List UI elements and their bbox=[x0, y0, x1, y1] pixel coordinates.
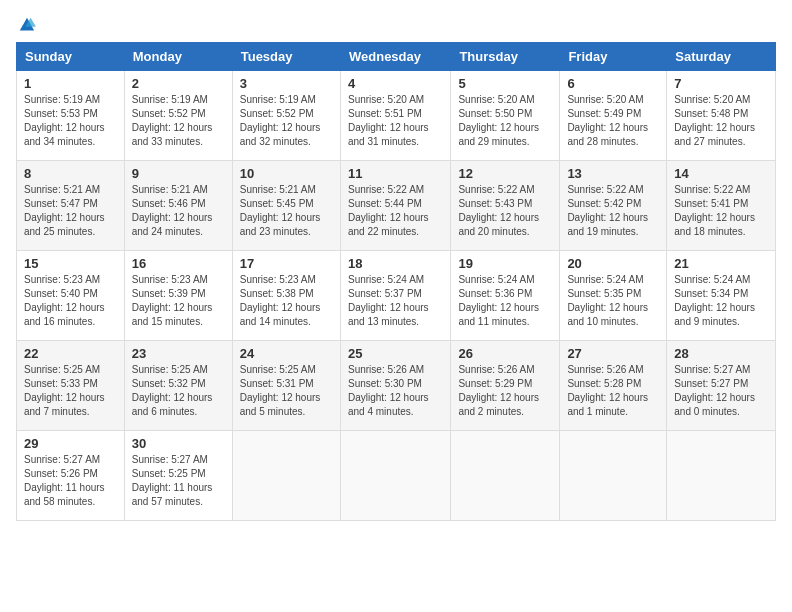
calendar-cell: 30Sunrise: 5:27 AMSunset: 5:25 PMDayligh… bbox=[124, 431, 232, 521]
day-number: 17 bbox=[240, 256, 333, 271]
calendar-cell: 7Sunrise: 5:20 AMSunset: 5:48 PMDaylight… bbox=[667, 71, 776, 161]
day-info: Sunrise: 5:26 AMSunset: 5:29 PMDaylight:… bbox=[458, 363, 552, 419]
calendar-cell: 25Sunrise: 5:26 AMSunset: 5:30 PMDayligh… bbox=[340, 341, 450, 431]
calendar-cell: 8Sunrise: 5:21 AMSunset: 5:47 PMDaylight… bbox=[17, 161, 125, 251]
calendar-body: 1Sunrise: 5:19 AMSunset: 5:53 PMDaylight… bbox=[17, 71, 776, 521]
calendar-cell: 5Sunrise: 5:20 AMSunset: 5:50 PMDaylight… bbox=[451, 71, 560, 161]
day-info: Sunrise: 5:19 AMSunset: 5:53 PMDaylight:… bbox=[24, 93, 117, 149]
day-number: 25 bbox=[348, 346, 443, 361]
day-info: Sunrise: 5:24 AMSunset: 5:36 PMDaylight:… bbox=[458, 273, 552, 329]
calendar-cell bbox=[232, 431, 340, 521]
calendar-cell: 15Sunrise: 5:23 AMSunset: 5:40 PMDayligh… bbox=[17, 251, 125, 341]
calendar-cell: 27Sunrise: 5:26 AMSunset: 5:28 PMDayligh… bbox=[560, 341, 667, 431]
day-info: Sunrise: 5:24 AMSunset: 5:37 PMDaylight:… bbox=[348, 273, 443, 329]
logo-icon bbox=[18, 16, 36, 34]
calendar-cell: 23Sunrise: 5:25 AMSunset: 5:32 PMDayligh… bbox=[124, 341, 232, 431]
calendar-cell: 19Sunrise: 5:24 AMSunset: 5:36 PMDayligh… bbox=[451, 251, 560, 341]
day-number: 26 bbox=[458, 346, 552, 361]
day-info: Sunrise: 5:21 AMSunset: 5:47 PMDaylight:… bbox=[24, 183, 117, 239]
day-number: 6 bbox=[567, 76, 659, 91]
day-number: 7 bbox=[674, 76, 768, 91]
calendar-cell: 20Sunrise: 5:24 AMSunset: 5:35 PMDayligh… bbox=[560, 251, 667, 341]
calendar-cell: 17Sunrise: 5:23 AMSunset: 5:38 PMDayligh… bbox=[232, 251, 340, 341]
calendar-cell: 16Sunrise: 5:23 AMSunset: 5:39 PMDayligh… bbox=[124, 251, 232, 341]
day-number: 16 bbox=[132, 256, 225, 271]
day-info: Sunrise: 5:25 AMSunset: 5:32 PMDaylight:… bbox=[132, 363, 225, 419]
calendar-cell bbox=[667, 431, 776, 521]
calendar-cell: 2Sunrise: 5:19 AMSunset: 5:52 PMDaylight… bbox=[124, 71, 232, 161]
day-info: Sunrise: 5:24 AMSunset: 5:35 PMDaylight:… bbox=[567, 273, 659, 329]
calendar-cell bbox=[451, 431, 560, 521]
day-number: 27 bbox=[567, 346, 659, 361]
calendar-week-row: 1Sunrise: 5:19 AMSunset: 5:53 PMDaylight… bbox=[17, 71, 776, 161]
day-number: 10 bbox=[240, 166, 333, 181]
day-info: Sunrise: 5:26 AMSunset: 5:30 PMDaylight:… bbox=[348, 363, 443, 419]
day-number: 11 bbox=[348, 166, 443, 181]
day-info: Sunrise: 5:22 AMSunset: 5:41 PMDaylight:… bbox=[674, 183, 768, 239]
day-number: 2 bbox=[132, 76, 225, 91]
calendar-cell: 11Sunrise: 5:22 AMSunset: 5:44 PMDayligh… bbox=[340, 161, 450, 251]
day-info: Sunrise: 5:21 AMSunset: 5:46 PMDaylight:… bbox=[132, 183, 225, 239]
calendar-cell: 18Sunrise: 5:24 AMSunset: 5:37 PMDayligh… bbox=[340, 251, 450, 341]
day-info: Sunrise: 5:19 AMSunset: 5:52 PMDaylight:… bbox=[132, 93, 225, 149]
calendar-cell: 22Sunrise: 5:25 AMSunset: 5:33 PMDayligh… bbox=[17, 341, 125, 431]
logo bbox=[16, 16, 36, 34]
day-info: Sunrise: 5:22 AMSunset: 5:43 PMDaylight:… bbox=[458, 183, 552, 239]
calendar: SundayMondayTuesdayWednesdayThursdayFrid… bbox=[16, 42, 776, 521]
calendar-week-row: 29Sunrise: 5:27 AMSunset: 5:26 PMDayligh… bbox=[17, 431, 776, 521]
day-info: Sunrise: 5:22 AMSunset: 5:42 PMDaylight:… bbox=[567, 183, 659, 239]
day-number: 20 bbox=[567, 256, 659, 271]
day-number: 21 bbox=[674, 256, 768, 271]
day-number: 9 bbox=[132, 166, 225, 181]
day-number: 12 bbox=[458, 166, 552, 181]
day-number: 8 bbox=[24, 166, 117, 181]
day-of-week-header: Monday bbox=[124, 43, 232, 71]
day-of-week-header: Friday bbox=[560, 43, 667, 71]
day-of-week-header: Tuesday bbox=[232, 43, 340, 71]
day-info: Sunrise: 5:27 AMSunset: 5:26 PMDaylight:… bbox=[24, 453, 117, 509]
day-number: 14 bbox=[674, 166, 768, 181]
day-number: 19 bbox=[458, 256, 552, 271]
calendar-cell: 9Sunrise: 5:21 AMSunset: 5:46 PMDaylight… bbox=[124, 161, 232, 251]
day-of-week-header: Sunday bbox=[17, 43, 125, 71]
day-number: 15 bbox=[24, 256, 117, 271]
day-number: 13 bbox=[567, 166, 659, 181]
day-number: 4 bbox=[348, 76, 443, 91]
calendar-cell: 26Sunrise: 5:26 AMSunset: 5:29 PMDayligh… bbox=[451, 341, 560, 431]
calendar-cell: 21Sunrise: 5:24 AMSunset: 5:34 PMDayligh… bbox=[667, 251, 776, 341]
day-info: Sunrise: 5:24 AMSunset: 5:34 PMDaylight:… bbox=[674, 273, 768, 329]
header bbox=[16, 16, 776, 34]
calendar-week-row: 15Sunrise: 5:23 AMSunset: 5:40 PMDayligh… bbox=[17, 251, 776, 341]
calendar-cell: 10Sunrise: 5:21 AMSunset: 5:45 PMDayligh… bbox=[232, 161, 340, 251]
calendar-cell bbox=[340, 431, 450, 521]
calendar-week-row: 22Sunrise: 5:25 AMSunset: 5:33 PMDayligh… bbox=[17, 341, 776, 431]
day-of-week-header: Saturday bbox=[667, 43, 776, 71]
days-of-week-row: SundayMondayTuesdayWednesdayThursdayFrid… bbox=[17, 43, 776, 71]
day-number: 30 bbox=[132, 436, 225, 451]
calendar-cell: 3Sunrise: 5:19 AMSunset: 5:52 PMDaylight… bbox=[232, 71, 340, 161]
day-info: Sunrise: 5:23 AMSunset: 5:38 PMDaylight:… bbox=[240, 273, 333, 329]
day-number: 29 bbox=[24, 436, 117, 451]
day-number: 22 bbox=[24, 346, 117, 361]
day-info: Sunrise: 5:25 AMSunset: 5:31 PMDaylight:… bbox=[240, 363, 333, 419]
day-of-week-header: Wednesday bbox=[340, 43, 450, 71]
calendar-cell: 4Sunrise: 5:20 AMSunset: 5:51 PMDaylight… bbox=[340, 71, 450, 161]
day-info: Sunrise: 5:23 AMSunset: 5:39 PMDaylight:… bbox=[132, 273, 225, 329]
day-number: 18 bbox=[348, 256, 443, 271]
day-info: Sunrise: 5:27 AMSunset: 5:25 PMDaylight:… bbox=[132, 453, 225, 509]
calendar-cell: 6Sunrise: 5:20 AMSunset: 5:49 PMDaylight… bbox=[560, 71, 667, 161]
day-of-week-header: Thursday bbox=[451, 43, 560, 71]
calendar-week-row: 8Sunrise: 5:21 AMSunset: 5:47 PMDaylight… bbox=[17, 161, 776, 251]
calendar-cell: 12Sunrise: 5:22 AMSunset: 5:43 PMDayligh… bbox=[451, 161, 560, 251]
calendar-cell: 1Sunrise: 5:19 AMSunset: 5:53 PMDaylight… bbox=[17, 71, 125, 161]
day-info: Sunrise: 5:23 AMSunset: 5:40 PMDaylight:… bbox=[24, 273, 117, 329]
day-number: 1 bbox=[24, 76, 117, 91]
calendar-cell bbox=[560, 431, 667, 521]
day-number: 28 bbox=[674, 346, 768, 361]
day-info: Sunrise: 5:20 AMSunset: 5:50 PMDaylight:… bbox=[458, 93, 552, 149]
day-info: Sunrise: 5:21 AMSunset: 5:45 PMDaylight:… bbox=[240, 183, 333, 239]
day-info: Sunrise: 5:25 AMSunset: 5:33 PMDaylight:… bbox=[24, 363, 117, 419]
day-number: 23 bbox=[132, 346, 225, 361]
day-number: 24 bbox=[240, 346, 333, 361]
day-info: Sunrise: 5:26 AMSunset: 5:28 PMDaylight:… bbox=[567, 363, 659, 419]
